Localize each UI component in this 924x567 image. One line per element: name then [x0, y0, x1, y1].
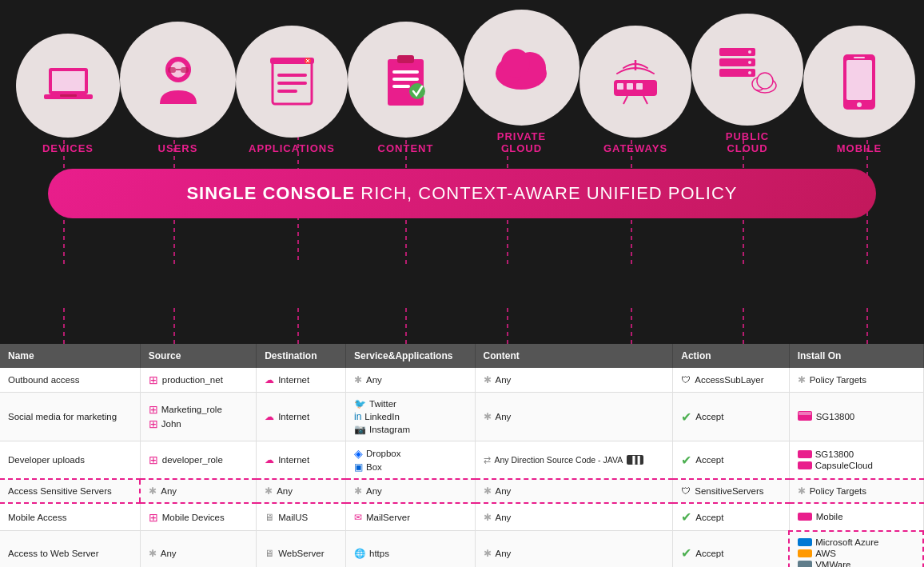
- table-row: Developer uploads ⊞ developer_role ☁ Int…: [0, 441, 923, 480]
- star-icon: ✱: [149, 485, 157, 497]
- row-service: ✉ MailServer: [346, 503, 476, 531]
- row-content: ✱ Any: [475, 479, 673, 503]
- svg-rect-38: [392, 78, 419, 81]
- row-destination: ✱ Any: [257, 479, 346, 503]
- clipboard-icon: [380, 51, 432, 109]
- row-destination: ☁ Internet: [257, 441, 346, 480]
- star-icon: ✱: [265, 485, 273, 497]
- star-icon: ✱: [484, 512, 492, 523]
- row-service: ✱ Any: [346, 479, 476, 503]
- svg-rect-32: [277, 74, 307, 77]
- shield-icon: 🛡: [681, 486, 691, 496]
- check-icon: ✔: [681, 409, 691, 425]
- mobile-circle: MOBILE: [803, 26, 915, 154]
- server-icon: [798, 461, 812, 469]
- col-content: Content: [475, 344, 673, 368]
- row-install: Microsoft Azure AWS VMWare: [789, 531, 923, 568]
- svg-rect-33: [277, 82, 307, 85]
- svg-rect-37: [392, 70, 419, 74]
- star-icon: ✱: [354, 485, 362, 497]
- table-row: Mobile Access ⊞ Mobile Devices 🖥 MailUS: [0, 503, 923, 531]
- svg-point-56: [748, 61, 751, 64]
- row-action: 🛡 SensitiveServers: [673, 479, 789, 503]
- svg-point-55: [748, 50, 751, 54]
- row-content: ⇄ Any Direction Source Code - JAVA ▐▐: [475, 441, 673, 480]
- grid-icon: ⊞: [149, 373, 158, 386]
- linkedin-icon: in: [354, 411, 361, 422]
- svg-rect-70: [798, 538, 812, 546]
- applications-circle: APPLICATIONS: [236, 26, 348, 154]
- monitor-icon: 🖥: [265, 549, 274, 558]
- cloud-icon: ☁: [265, 454, 274, 465]
- twitter-icon: 🐦: [354, 398, 366, 409]
- azure-icon: [798, 538, 812, 546]
- svg-rect-64: [854, 57, 865, 58]
- row-service: 🌐 https: [346, 531, 476, 568]
- shield-icon: 🛡: [681, 375, 691, 385]
- arrows-icon: ⇄: [484, 455, 491, 465]
- row-install: SG13800 CapsuleCloud: [789, 441, 923, 480]
- row-destination: ☁ Internet: [257, 393, 346, 441]
- row-name: Access Sensitive Servers: [0, 479, 140, 503]
- col-destination: Destination: [257, 344, 346, 368]
- table-row: Social media for marketing ⊞ Marketing_r…: [0, 393, 923, 441]
- svg-point-44: [501, 49, 530, 78]
- server-icon: [798, 513, 812, 521]
- row-service: ◈ Dropbox ▣ Box: [346, 441, 476, 480]
- svg-rect-36: [397, 55, 414, 63]
- row-destination: ☁ Internet: [257, 368, 346, 393]
- svg-rect-19: [60, 94, 77, 97]
- app-icon: [266, 56, 318, 108]
- row-action: 🛡 AccessSubLayer: [673, 368, 789, 393]
- svg-rect-69: [798, 513, 812, 521]
- row-source: ✱ Any: [140, 479, 256, 503]
- row-name: Mobile Access: [0, 503, 140, 531]
- col-name: Name: [0, 344, 140, 368]
- svg-rect-34: [277, 90, 297, 93]
- svg-point-60: [757, 73, 773, 89]
- row-content: ✱ Any: [475, 393, 673, 441]
- row-source: ⊞ developer_role: [140, 441, 256, 480]
- col-install: Install On: [789, 344, 923, 368]
- mobile-icon: [839, 52, 879, 112]
- svg-rect-49: [636, 83, 643, 90]
- row-action: ✔ Accept: [673, 441, 789, 480]
- row-content: ✱ Any: [475, 531, 673, 568]
- table-section: Name Source Destination Service&Applicat…: [0, 344, 924, 567]
- star-icon: ✱: [484, 548, 492, 559]
- row-name: Developer uploads: [0, 441, 140, 480]
- star-icon: ✱: [798, 485, 806, 497]
- star-icon: ✱: [798, 374, 806, 385]
- row-destination: 🖥 WebServer: [257, 531, 346, 568]
- svg-point-57: [748, 71, 751, 74]
- grid-icon: ⊞: [149, 417, 158, 430]
- router-icon: [607, 56, 663, 108]
- monitor-icon: 🖥: [265, 513, 274, 522]
- row-destination: 🖥 MailUS: [257, 503, 346, 531]
- svg-rect-39: [392, 85, 410, 88]
- row-source: ⊞ production_net: [140, 368, 256, 393]
- check-icon: ✔: [681, 509, 691, 525]
- svg-rect-23: [181, 67, 189, 73]
- row-install: SG13800: [789, 393, 923, 441]
- devices-circle: DEVICES: [16, 34, 120, 154]
- mail-icon: ✉: [354, 512, 362, 523]
- grid-icon: ⊞: [149, 511, 158, 524]
- row-name: Access to Web Server: [0, 531, 140, 568]
- row-service: ✱ Any: [346, 368, 476, 393]
- col-service: Service&Applications: [346, 344, 476, 368]
- cloud-icon: ☁: [265, 411, 274, 422]
- row-source: ✱ Any: [140, 531, 256, 568]
- box-icon: ▣: [354, 461, 363, 473]
- svg-rect-48: [627, 83, 633, 90]
- row-install: Mobile: [789, 503, 923, 531]
- row-install: ✱ Policy Targets: [789, 479, 923, 503]
- public-cloud-circle: PUBLICCLOUD: [691, 14, 803, 154]
- diagram-area: DEVICES USERS: [0, 0, 924, 344]
- row-install: ✱ Policy Targets: [789, 368, 923, 393]
- row-action: ✔ Accept: [673, 503, 789, 531]
- check-icon: ✔: [681, 453, 691, 468]
- svg-rect-71: [798, 549, 812, 557]
- laptop-icon: [42, 64, 94, 108]
- private-cloud-circle: PRIVATECLOUD: [464, 10, 579, 154]
